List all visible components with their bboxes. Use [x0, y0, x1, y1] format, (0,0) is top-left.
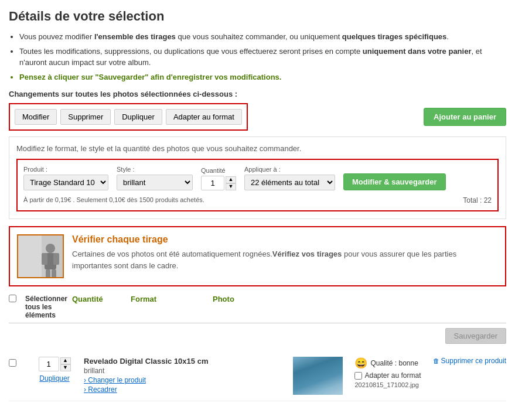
product-name: Revelado Digital Classic 10x15 cm — [84, 357, 287, 366]
info-item-1: Vous pouvez modifier l'ensemble des tira… — [19, 31, 506, 43]
product-action: Supprimer ce produit — [433, 357, 506, 365]
change-product-link[interactable]: Changer le produit — [84, 376, 287, 384]
apply-label: Appliquer à : — [244, 166, 335, 173]
svg-rect-1 — [18, 235, 42, 278]
save-row: Sauvegarder — [9, 328, 506, 344]
table-header: Sélectionner tous les éléments Quantité … — [9, 295, 506, 323]
svg-rect-4 — [42, 253, 47, 265]
adapt-label: Adapter au format — [364, 371, 421, 380]
save-button[interactable]: Sauvegarder — [445, 328, 506, 344]
col-format-header: Format — [131, 295, 213, 303]
adapt-checkbox-row: Adapter au format — [354, 371, 421, 380]
verify-image — [17, 234, 64, 278]
action-buttons-panel: Modifier Supprimer Dupliquer Adapter au … — [9, 103, 248, 131]
modifier-button[interactable]: Modifier — [15, 109, 57, 125]
product-info: Revelado Digital Classic 10x15 cm brilla… — [84, 357, 287, 394]
svg-rect-5 — [53, 253, 59, 265]
qty-decrement-button[interactable]: ▼ — [226, 183, 236, 190]
page-title: Détails de votre sélection — [9, 9, 506, 24]
product-style: brillant — [84, 367, 287, 375]
info-item-3: Pensez à cliquer sur "Sauvegarder" afin … — [19, 71, 506, 83]
qty-increment-button[interactable]: ▲ — [226, 176, 236, 183]
product-links: Changer le produit Recadrer — [84, 376, 287, 394]
quality-text: Qualité : bonne — [370, 359, 418, 367]
edit-panel-desc: Modifiez le format, le style et la quant… — [16, 144, 499, 153]
table-row: ▲ ▼ Dupliquer Revelado Digital Classic 1… — [9, 351, 506, 401]
total-note: Total : 22 — [463, 196, 492, 204]
adapt-checkbox[interactable] — [354, 372, 362, 380]
dupliquer-button[interactable]: Dupliquer — [114, 109, 162, 125]
quality-smiley-icon: 😄 — [354, 357, 367, 370]
row-checkbox[interactable] — [9, 359, 16, 367]
delete-product-link[interactable]: Supprimer ce produit — [433, 357, 506, 365]
verify-text: Vérifier chaque tirage Certaines de vos … — [72, 234, 498, 271]
style-label: Style : — [117, 166, 193, 173]
recrop-link[interactable]: Recadrer — [84, 385, 287, 394]
select-all-label: Sélectionner tous les éléments — [25, 295, 72, 319]
row-qty-decrement-button[interactable]: ▼ — [60, 364, 71, 371]
modify-save-button[interactable]: Modifier & sauvegarder — [343, 173, 446, 190]
row-checkbox-col — [9, 357, 25, 368]
product-field-group: Produit : Tirage Standard 10x1 — [23, 166, 108, 190]
style-field-group: Style : brillant — [117, 166, 193, 190]
apply-select[interactable]: 22 éléments au total Cet élément uniquem… — [244, 175, 335, 190]
quantity-label: Quantité — [201, 167, 236, 174]
apply-field-group: Appliquer à : 22 éléments au total Cet é… — [244, 166, 335, 190]
verify-panel: Vérifier chaque tirage Certaines de vos … — [9, 226, 506, 286]
product-thumbnail — [293, 357, 343, 395]
filename: 20210815_171002.jpg — [354, 381, 421, 388]
style-select[interactable]: brillant — [117, 175, 193, 190]
verify-desc: Certaines de vos photos ont été automati… — [72, 248, 498, 271]
quantity-field-group: Quantité ▲ ▼ — [201, 167, 236, 190]
col-qty-header: Quantité — [72, 295, 131, 303]
product-label: Produit : — [23, 166, 108, 173]
verify-title: Vérifier chaque tirage — [72, 234, 498, 245]
table-section: Sélectionner tous les éléments Quantité … — [9, 295, 506, 401]
edit-panel: Modifiez le format, le style et la quant… — [9, 136, 506, 219]
product-qty-block: ▲ ▼ Dupliquer — [31, 357, 78, 383]
product-select[interactable]: Tirage Standard 10x1 — [23, 175, 108, 190]
adapter-button[interactable]: Adapter au format — [166, 109, 242, 125]
select-all-checkbox[interactable] — [9, 295, 16, 302]
supprimer-button[interactable]: Supprimer — [60, 109, 111, 125]
row-quantity-input[interactable] — [39, 357, 59, 371]
svg-point-2 — [46, 244, 55, 253]
price-note: À partir de 0,19€ . Seulement 0,10€ dès … — [23, 196, 204, 204]
col-photo-header: Photo — [213, 295, 506, 303]
row-qty-increment-button[interactable]: ▲ — [60, 357, 71, 364]
add-to-cart-button[interactable]: Ajouter au panier — [424, 108, 506, 126]
edit-panel-inner: Produit : Tirage Standard 10x1 Style : b… — [16, 159, 499, 211]
duplicate-link[interactable]: Dupliquer — [39, 374, 69, 383]
info-item-2: Toutes les modifications, suppressions, … — [19, 46, 506, 69]
section-title: Changements sur toutes les photos sélect… — [9, 90, 506, 98]
svg-rect-7 — [52, 269, 56, 278]
svg-rect-6 — [46, 269, 50, 278]
product-quality: 😄 Qualité : bonne Adapter au format 2021… — [354, 357, 421, 388]
quantity-input[interactable] — [201, 176, 224, 190]
